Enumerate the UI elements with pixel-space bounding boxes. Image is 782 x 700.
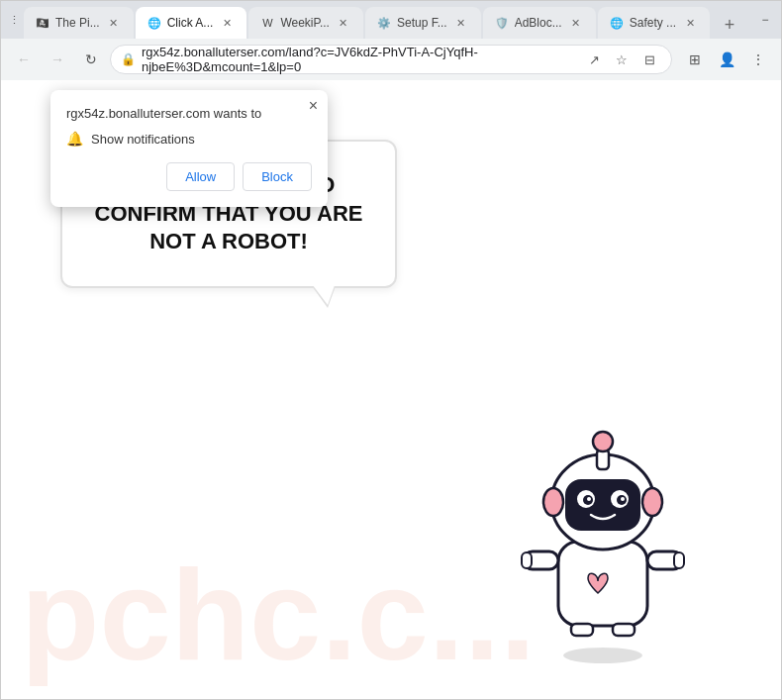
tab-2-close[interactable]: ✕ [219, 15, 235, 31]
tab-3[interactable]: W WeekiP... ✕ [248, 7, 363, 39]
svg-point-17 [587, 497, 591, 501]
address-text: rgx54z.bonalluterser.com/land?c=JV6kdZ-P… [142, 45, 576, 74]
robot-illustration [504, 388, 702, 665]
tab-6-title: Safety ... [630, 16, 676, 30]
tab-5[interactable]: 🛡️ AdBloc... ✕ [483, 7, 596, 39]
svg-rect-20 [613, 624, 635, 636]
tab-3-favicon: W [260, 16, 274, 30]
bell-icon: 🔔 [66, 131, 83, 147]
tab-3-title: WeekiP... [280, 16, 330, 30]
tab-6-close[interactable]: ✕ [682, 15, 698, 31]
svg-point-9 [642, 488, 662, 516]
reload-button[interactable]: ↻ [76, 45, 106, 74]
tabs-area: 🏴‍☠️ The Pi... ✕ 🌐 Click A... ✕ W WeekiP… [24, 1, 743, 39]
bookmark-icon[interactable]: ☆ [610, 48, 634, 71]
forward-button[interactable]: → [43, 45, 72, 74]
allow-button[interactable]: Allow [166, 162, 235, 191]
window-controls: − ❐ ✕ [751, 6, 782, 34]
svg-rect-5 [674, 552, 684, 568]
tab-1-close[interactable]: ✕ [106, 15, 122, 31]
extensions-button[interactable]: ⊞ [680, 45, 710, 74]
minimize-button[interactable]: − [751, 6, 779, 34]
popup-permission-row: 🔔 Show notifications [66, 131, 312, 147]
popup-title: rgx54z.bonalluterser.com wants to [66, 106, 312, 121]
tab-6[interactable]: 🌐 Safety ... ✕ [598, 7, 710, 39]
content-area: × rgx54z.bonalluterser.com wants to 🔔 Sh… [1, 80, 781, 699]
popup-actions: Allow Block [66, 162, 312, 191]
address-right-icons: ↗ ☆ ⊟ [582, 48, 661, 71]
block-button[interactable]: Block [243, 162, 312, 191]
menu-button[interactable]: ⋮ [743, 45, 773, 74]
tab-6-favicon: 🌐 [610, 16, 624, 30]
tab-4-favicon: ⚙️ [377, 16, 391, 30]
tab-group-button[interactable]: ⋮ [9, 6, 20, 34]
tab-3-close[interactable]: ✕ [336, 15, 351, 31]
svg-point-8 [543, 488, 563, 516]
tab-5-title: AdBloc... [515, 16, 562, 30]
popup-close-button[interactable]: × [309, 98, 318, 114]
permission-popup: × rgx54z.bonalluterser.com wants to 🔔 Sh… [50, 90, 328, 207]
address-bar[interactable]: 🔒 rgx54z.bonalluterser.com/land?c=JV6kdZ… [110, 45, 672, 74]
profile-button[interactable]: 👤 [712, 45, 741, 74]
tab-2-favicon: 🌐 [147, 16, 161, 30]
svg-point-11 [593, 432, 613, 451]
svg-rect-12 [565, 479, 640, 531]
tab-2-title: Click A... [167, 16, 214, 30]
tab-4[interactable]: ⚙️ Setup F... ✕ [365, 7, 481, 39]
nav-bar: ← → ↻ 🔒 rgx54z.bonalluterser.com/land?c=… [1, 39, 781, 80]
svg-rect-4 [522, 552, 532, 568]
tab-4-close[interactable]: ✕ [453, 15, 469, 31]
title-bar: ⋮ 🏴‍☠️ The Pi... ✕ 🌐 Click A... ✕ W Week… [1, 1, 781, 39]
tab-5-close[interactable]: ✕ [568, 15, 584, 31]
tab-5-favicon: 🛡️ [495, 16, 509, 30]
permission-text: Show notifications [91, 132, 195, 147]
lock-icon: 🔒 [121, 52, 136, 66]
share-icon[interactable]: ↗ [582, 48, 606, 71]
tab-2[interactable]: 🌐 Click A... ✕ [136, 7, 247, 39]
toolbar-right: ⊞ 👤 ⋮ [680, 45, 773, 74]
back-button[interactable]: ← [9, 45, 39, 74]
tab-1-favicon: 🏴‍☠️ [36, 16, 49, 30]
split-screen-icon[interactable]: ⊟ [637, 48, 661, 71]
robot-container [504, 388, 702, 669]
chrome-window: ⋮ 🏴‍☠️ The Pi... ✕ 🌐 Click A... ✕ W Week… [0, 0, 782, 700]
new-tab-button[interactable]: + [716, 11, 743, 39]
watermark-text: pchc.c... [21, 550, 536, 679]
svg-point-18 [621, 497, 625, 501]
svg-rect-19 [571, 624, 593, 636]
tab-1-title: The Pi... [55, 16, 100, 30]
tab-4-title: Setup F... [397, 16, 447, 30]
tab-1[interactable]: 🏴‍☠️ The Pi... ✕ [24, 7, 134, 39]
svg-point-0 [563, 648, 642, 663]
